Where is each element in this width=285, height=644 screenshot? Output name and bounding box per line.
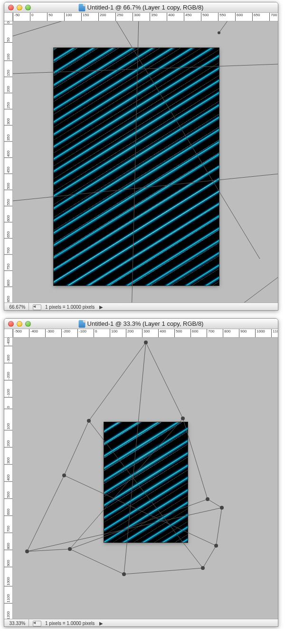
canvas[interactable] [54, 48, 219, 285]
traffic-lights [8, 321, 31, 327]
ruler-tick: 700 [269, 13, 277, 21]
document-icon [79, 320, 86, 328]
ruler-vertical[interactable]: -400-300-200-100010020030040050060070080… [4, 338, 13, 619]
ruler-tick: 450 [4, 167, 13, 174]
zoom-field[interactable]: 66.67% [6, 303, 29, 311]
flyout-icon[interactable]: ▶ [98, 621, 104, 626]
ruler-origin[interactable] [4, 13, 13, 21]
canvas[interactable] [104, 422, 188, 542]
ruler-tick: 50 [4, 38, 13, 43]
ruler-tick: 400 [167, 13, 174, 21]
svg-point-19 [122, 572, 126, 576]
ruler-tick: 250 [115, 13, 123, 21]
scrub-icon[interactable] [33, 304, 41, 310]
ruler-tick: 150 [81, 13, 89, 21]
ruler-tick: 100 [4, 423, 13, 430]
svg-point-24 [181, 417, 185, 420]
ruler-tick: 900 [239, 329, 247, 338]
zoom-field[interactable]: 33.33% [6, 619, 29, 627]
svg-point-18 [68, 547, 72, 551]
ruler-tick: 150 [4, 70, 13, 77]
flyout-icon[interactable]: ▶ [98, 304, 104, 310]
ruler-tick: 100 [110, 329, 117, 338]
svg-point-7 [218, 31, 220, 34]
ruler-tick: 300 [142, 329, 150, 338]
document-window-2: Untitled-1 @ 33.3% (Layer 1 copy, RGB/8)… [4, 318, 278, 627]
canvas-area[interactable] [13, 21, 278, 303]
ruler-tick: -300 [4, 355, 13, 363]
svg-line-6 [227, 273, 278, 303]
ruler-tick: 600 [4, 509, 13, 516]
ruler-tick: 700 [4, 247, 13, 255]
ruler-tick: 300 [4, 118, 13, 125]
document-icon [79, 4, 86, 11]
ruler-tick: 550 [4, 199, 13, 206]
minimize-icon[interactable] [17, 321, 22, 327]
ruler-tick: 350 [4, 134, 13, 142]
ruler-tick: 400 [4, 474, 13, 482]
ruler-tick: 100 [4, 54, 13, 61]
title-text: Untitled-1 @ 66.7% (Layer 1 copy, RGB/8) [87, 4, 204, 11]
ruler-tick: 1100 [271, 329, 278, 338]
ruler-tick: 850 [4, 296, 13, 303]
ruler-tick: 700 [207, 329, 214, 338]
zoom-icon[interactable] [25, 5, 31, 10]
ruler-tick: 100 [64, 13, 72, 21]
ruler-tick: 800 [223, 329, 230, 338]
svg-line-0 [13, 21, 108, 40]
ruler-tick: -100 [77, 329, 86, 338]
ruler-tick: 1200 [4, 611, 13, 619]
ruler-tick: -200 [61, 329, 70, 338]
window-title: Untitled-1 @ 33.3% (Layer 1 copy, RGB/8) [79, 320, 204, 328]
ruler-tick: 350 [150, 13, 157, 21]
ruler-tick: 200 [4, 86, 13, 93]
ruler-tick: 0 [4, 406, 13, 409]
ruler-tick: 450 [184, 13, 191, 21]
ruler-tick: 1100 [4, 594, 13, 604]
close-icon[interactable] [8, 321, 14, 327]
ruler-tick: 500 [174, 329, 182, 338]
svg-point-14 [144, 341, 148, 344]
ruler-origin[interactable] [4, 329, 13, 338]
ruler-vertical[interactable]: 0501001502002503003504004505005506006507… [4, 21, 13, 303]
ruler-tick: 0 [30, 13, 33, 21]
document-window-1: Untitled-1 @ 66.7% (Layer 1 copy, RGB/8)… [4, 2, 278, 311]
status-bar: 33.33% 1 pixels = 1.0000 pixels ▶ [4, 619, 278, 627]
ruler-tick: 650 [252, 13, 260, 21]
image-content [54, 48, 219, 285]
ruler-tick: 600 [235, 13, 243, 21]
minimize-icon[interactable] [17, 5, 22, 10]
ruler-tick: -300 [45, 329, 54, 338]
ruler-tick: 500 [4, 492, 13, 499]
ruler-tick: 600 [4, 215, 13, 222]
ruler-tick: 900 [4, 560, 13, 567]
canvas-area[interactable] [13, 338, 278, 619]
ruler-tick: 550 [218, 13, 226, 21]
close-icon[interactable] [8, 5, 14, 10]
ruler-tick: 800 [4, 543, 13, 550]
titlebar[interactable]: Untitled-1 @ 66.7% (Layer 1 copy, RGB/8) [4, 2, 278, 13]
ruler-tick: 300 [4, 457, 13, 464]
zoom-icon[interactable] [25, 321, 31, 327]
ruler-tick: -200 [4, 372, 13, 380]
svg-point-15 [87, 419, 91, 423]
scrub-icon[interactable] [33, 621, 41, 626]
ruler-horizontal[interactable]: -500501001502002503003504004505005506006… [13, 13, 278, 21]
ruler-tick: 0 [94, 329, 97, 338]
ruler-tick: 800 [4, 280, 13, 287]
svg-point-17 [25, 549, 29, 553]
svg-line-5 [219, 21, 241, 33]
ruler-tick: 0 [4, 21, 13, 24]
pixel-info: 1 pixels = 1.0000 pixels [45, 621, 95, 626]
ruler-tick: 400 [4, 151, 13, 158]
ruler-tick: -50 [13, 13, 20, 21]
ruler-tick: 500 [4, 183, 13, 190]
ruler-tick: 650 [4, 231, 13, 238]
ruler-tick: 200 [98, 13, 106, 21]
ruler-horizontal[interactable]: -500-400-300-200-10001002003004005006007… [13, 329, 278, 338]
titlebar[interactable]: Untitled-1 @ 33.3% (Layer 1 copy, RGB/8) [4, 319, 278, 329]
svg-point-23 [206, 497, 209, 501]
ruler-tick: 700 [4, 526, 13, 533]
traffic-lights [8, 5, 31, 10]
ruler-tick: -100 [4, 389, 13, 398]
